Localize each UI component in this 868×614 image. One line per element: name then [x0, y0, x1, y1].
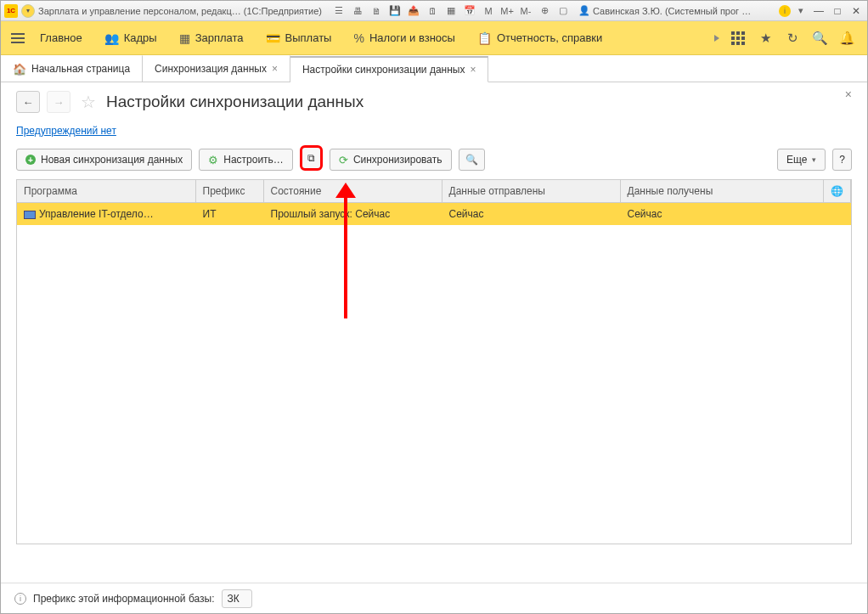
- new-sync-label: Новая синхронизация данных: [41, 154, 183, 166]
- cell-sent: Сейчас: [442, 203, 620, 226]
- cell-program: Управление IT-отдело…: [39, 208, 154, 220]
- configure-label: Настроить…: [223, 154, 284, 166]
- app-logo-icon: 1C: [4, 4, 18, 18]
- people-icon: 👥: [104, 31, 119, 45]
- nav-back-button[interactable]: ←: [16, 91, 40, 113]
- page-title: Настройки синхронизации данных: [106, 93, 364, 111]
- menu-burger-icon[interactable]: [8, 28, 28, 48]
- gear-icon: ⚙: [208, 154, 218, 166]
- table-row[interactable]: Управление IT-отдело… ИТ Прошлый запуск:…: [17, 203, 851, 226]
- nav-more-icon[interactable]: [714, 35, 719, 42]
- prefix-field[interactable]: ЗК: [222, 589, 252, 608]
- save-icon[interactable]: 💾: [388, 4, 402, 18]
- tab-home[interactable]: 🏠 Начальная страница: [1, 55, 143, 82]
- nav-personnel-label: Кадры: [124, 31, 157, 44]
- user-name: Савинская З.Ю. (Системный прог …: [593, 6, 751, 16]
- wallet-icon: 💳: [266, 31, 280, 45]
- help-button[interactable]: ?: [832, 149, 852, 171]
- search-icon[interactable]: 🔍: [811, 30, 828, 47]
- nav-payments[interactable]: 💳 Выплаты: [256, 28, 342, 48]
- window-title: Зарплата и управление персоналом, редакц…: [38, 6, 322, 16]
- col-prefix[interactable]: Префикс: [195, 180, 263, 203]
- nav-salary[interactable]: ▦ Зарплата: [169, 28, 254, 48]
- tab-home-label: Начальная страница: [31, 63, 130, 75]
- nav-reports[interactable]: 📋 Отчетность, справки: [467, 28, 612, 48]
- calc-icon[interactable]: ▦: [444, 4, 458, 18]
- info-circle-icon[interactable]: i: [14, 593, 26, 605]
- maximize-button[interactable]: □: [830, 4, 845, 18]
- nav-taxes[interactable]: % Налоги и взносы: [343, 28, 465, 48]
- history-icon[interactable]: ↻: [784, 30, 801, 47]
- synchronize-button[interactable]: ⟳ Синхронизировать: [330, 149, 452, 171]
- nav-reports-label: Отчетность, справки: [497, 31, 602, 44]
- print-icon[interactable]: 🖶: [351, 4, 364, 18]
- titlebar-dropdown-icon[interactable]: ▾: [21, 4, 35, 18]
- cell-globe: [824, 203, 851, 226]
- chevron-down-icon: ▾: [812, 155, 816, 164]
- user-icon: 👤: [578, 5, 590, 16]
- prefix-label: Префикс этой информационной базы:: [33, 593, 215, 605]
- copy-sync-button[interactable]: ⧉: [300, 145, 323, 171]
- m-plus-icon[interactable]: M+: [500, 4, 514, 18]
- page-close-button[interactable]: ×: [845, 87, 852, 101]
- star-icon[interactable]: ★: [757, 30, 774, 47]
- refresh-search-button[interactable]: 🔍: [459, 149, 485, 171]
- calendar-icon[interactable]: 📅: [463, 4, 476, 18]
- close-window-button[interactable]: ✕: [848, 4, 864, 18]
- tab-sync-data-label: Синхронизация данных: [155, 63, 267, 75]
- col-program[interactable]: Программа: [17, 180, 195, 203]
- nav-personnel[interactable]: 👥 Кадры: [94, 28, 167, 48]
- panel-icon[interactable]: ▢: [556, 4, 570, 18]
- titlebar-dropdown2-icon[interactable]: ▾: [794, 4, 808, 18]
- cell-received: Сейчас: [620, 203, 824, 226]
- main-navigation: Главное 👥 Кадры ▦ Зарплата 💳 Выплаты % Н…: [1, 21, 867, 55]
- apps-grid-icon[interactable]: [730, 30, 747, 47]
- zoom-icon[interactable]: ⊕: [538, 4, 551, 18]
- tab-sync-settings-label: Настройки синхронизации данных: [302, 64, 465, 76]
- info-icon[interactable]: i: [779, 5, 791, 17]
- preview-icon[interactable]: 🗎: [369, 4, 383, 18]
- nav-salary-label: Зарплата: [195, 31, 244, 44]
- synchronize-label: Синхронизировать: [353, 154, 442, 166]
- minimize-button[interactable]: —: [811, 4, 826, 18]
- copy-windows-icon: ⧉: [307, 152, 315, 164]
- col-globe[interactable]: 🌐: [824, 180, 851, 203]
- titlebar-user[interactable]: 👤 Савинская З.Ю. (Системный прог …: [578, 5, 751, 16]
- col-received[interactable]: Данные получены: [620, 180, 824, 203]
- nav-main[interactable]: Главное: [30, 28, 93, 48]
- nav-forward-button[interactable]: →: [47, 91, 70, 113]
- report-icon: 📋: [477, 31, 492, 45]
- document-tabs: 🏠 Начальная страница Синхронизация данны…: [1, 55, 867, 82]
- window-titlebar: 1C ▾ Зарплата и управление персоналом, р…: [1, 1, 867, 21]
- tab-close-icon[interactable]: ×: [272, 63, 278, 75]
- m-icon[interactable]: M: [482, 4, 495, 18]
- cell-state: Прошлый запуск: Сейчас: [263, 203, 442, 226]
- col-sent[interactable]: Данные отправлены: [442, 180, 620, 203]
- new-sync-button[interactable]: + Новая синхронизация данных: [16, 149, 192, 171]
- col-state[interactable]: Состояние: [263, 180, 442, 203]
- nav-taxes-label: Налоги и взносы: [369, 31, 455, 44]
- cell-prefix: ИТ: [195, 203, 263, 226]
- percent-icon: %: [353, 31, 364, 45]
- page-footer: i Префикс этой информационной базы: ЗК: [1, 583, 867, 613]
- nav-payments-label: Выплаты: [285, 31, 332, 44]
- m-minus-icon[interactable]: M-: [519, 4, 533, 18]
- tool2-icon[interactable]: 🗓: [426, 4, 439, 18]
- home-icon: 🏠: [13, 63, 26, 76]
- prefix-value: ЗК: [228, 593, 240, 605]
- nav-main-label: Главное: [40, 31, 82, 44]
- page-toolbar: + Новая синхронизация данных ⚙ Настроить…: [16, 147, 852, 172]
- more-button[interactable]: Еще ▾: [777, 149, 826, 171]
- refresh-icon: ⟳: [339, 154, 348, 166]
- plus-icon: +: [25, 155, 36, 165]
- tool1-icon[interactable]: 📤: [407, 4, 420, 18]
- titlebar-menu-icon[interactable]: ☰: [332, 4, 346, 18]
- configure-button[interactable]: ⚙ Настроить…: [199, 149, 293, 171]
- globe-icon: 🌐: [831, 185, 843, 197]
- tab-sync-settings[interactable]: Настройки синхронизации данных ×: [290, 56, 489, 82]
- tab-sync-data[interactable]: Синхронизация данных ×: [143, 55, 290, 82]
- favorite-star-icon[interactable]: ☆: [81, 92, 96, 112]
- bell-icon[interactable]: 🔔: [838, 30, 855, 47]
- warnings-link[interactable]: Предупреждений нет: [16, 125, 116, 137]
- tab-close-icon[interactable]: ×: [470, 64, 476, 76]
